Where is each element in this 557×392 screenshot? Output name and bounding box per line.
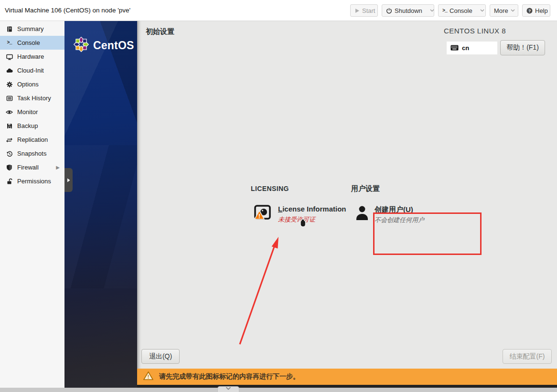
chevron-right-icon	[67, 178, 70, 182]
sidebar-item-backup[interactable]: Backup	[0, 119, 64, 133]
user-item-label: 创建用户(U)	[375, 205, 424, 214]
sidebar-item-console[interactable]: >_ Console	[0, 36, 64, 50]
start-label: Start	[362, 7, 375, 14]
finish-configuration-button[interactable]: 结束配置(F)	[503, 349, 552, 364]
floppy-icon	[6, 122, 13, 129]
sidebar-item-firewall[interactable]: Firewall ▶	[0, 160, 64, 174]
vm-title: Virtual Machine 106 (CentOS) on node 'pv…	[5, 0, 130, 21]
sidebar-item-label: Summary	[17, 25, 44, 32]
licensing-section-title: LICENSING	[251, 185, 289, 192]
help-label: Help	[535, 7, 548, 14]
guest-help-button[interactable]: 帮助！(F1)	[500, 40, 545, 55]
svg-text:?: ?	[528, 8, 531, 13]
product-name: CENTOS LINUX 8	[444, 27, 506, 35]
chevron-down-icon[interactable]	[480, 9, 484, 12]
warning-message: 请先完成带有此图标标记的内容再进行下一步。	[159, 372, 300, 381]
page-title: 初始设置	[146, 27, 174, 36]
sync-icon	[6, 136, 13, 143]
chevron-down-icon[interactable]	[430, 9, 434, 12]
svg-text:!: !	[148, 374, 149, 380]
sidebar-item-label: Console	[17, 39, 40, 46]
centos-logo: CentOS	[73, 36, 134, 54]
console-label: Console	[450, 7, 472, 14]
help-button[interactable]: ? Help	[522, 4, 550, 17]
user-icon	[355, 205, 369, 224]
sidebar-item-label: Cloud-Init	[17, 67, 44, 74]
start-button[interactable]: Start	[350, 4, 378, 17]
toolbar: Virtual Machine 106 (CentOS) on node 'pv…	[0, 0, 557, 21]
gear-icon	[6, 81, 13, 88]
license-icon: !	[254, 204, 273, 224]
sidebar-item-options[interactable]: Options	[0, 77, 64, 91]
keyboard-icon	[450, 44, 459, 53]
eye-icon	[6, 108, 13, 116]
history-icon	[6, 150, 13, 157]
svg-text:!: !	[258, 213, 260, 220]
shutdown-button[interactable]: Shutdown	[382, 4, 434, 17]
sidebar-item-task-history[interactable]: Task History	[0, 91, 64, 105]
more-button[interactable]: More	[490, 4, 518, 17]
sidebar-item-label: Monitor	[17, 108, 38, 116]
display-icon	[6, 53, 13, 60]
sidebar-item-label: Options	[17, 81, 39, 88]
centos-symbol-icon	[73, 36, 89, 54]
license-information-item[interactable]: ! License Information 未接受许可证	[254, 204, 346, 224]
proxmox-vm-console-page: Virtual Machine 106 (CentOS) on node 'pv…	[0, 0, 557, 392]
sidebar-item-cloud-init[interactable]: Cloud-Init	[0, 64, 64, 77]
question-circle-icon: ?	[526, 8, 533, 14]
users-section-title: 用户设置	[351, 184, 380, 193]
license-item-status: 未接受许可证	[278, 215, 346, 224]
vm-sidebar: Summary >_ Console Hardware Cloud-Init O…	[0, 21, 64, 388]
anaconda-side-panel: CentOS	[64, 21, 137, 388]
terminal-icon: >_	[6, 39, 13, 46]
sidebar-item-summary[interactable]: Summary	[0, 22, 64, 36]
centos-brand: CentOS	[93, 39, 134, 52]
browser-bottom-strip	[0, 388, 557, 392]
sidebar-item-label: Permissions	[17, 178, 51, 185]
keyboard-layout-code: cn	[462, 44, 469, 52]
terminal-icon: >_	[442, 8, 447, 13]
list-icon	[6, 95, 13, 102]
sidebar-item-hardware[interactable]: Hardware	[0, 50, 64, 64]
vnc-bottombar-handle[interactable]	[217, 386, 239, 392]
sidebar-item-label: Backup	[17, 122, 38, 129]
sidebar-item-snapshots[interactable]: Snapshots	[0, 147, 64, 160]
book-icon	[6, 25, 13, 32]
chevron-right-icon: ▶	[56, 165, 60, 170]
shield-icon	[6, 164, 13, 171]
vm-display: CentOS 初始设置 CENTOS LINUX 8 cn 帮助！(F1) LI…	[64, 21, 557, 388]
more-label: More	[494, 7, 508, 14]
sidebar-item-label: Hardware	[17, 53, 44, 60]
quit-button[interactable]: 退出(Q)	[141, 349, 180, 364]
shutdown-label: Shutdown	[395, 7, 422, 14]
sidebar-item-replication[interactable]: Replication	[0, 133, 64, 147]
user-item-status: 不会创建任何用户	[375, 216, 424, 224]
sidebar-item-label: Replication	[17, 136, 48, 143]
vnc-sidebar-handle[interactable]	[64, 168, 73, 192]
unlock-icon	[6, 178, 13, 185]
sidebar-item-label: Snapshots	[17, 150, 46, 157]
keyboard-layout-indicator[interactable]: cn	[447, 42, 497, 54]
license-item-label: License Information	[278, 204, 346, 214]
chevron-down-icon	[511, 9, 515, 12]
console-button[interactable]: >_ Console	[438, 4, 486, 17]
warning-triangle-icon: !	[143, 371, 153, 382]
sidebar-item-label: Firewall	[17, 164, 39, 171]
chevron-down-icon	[225, 387, 231, 390]
play-icon	[354, 8, 360, 13]
sidebar-item-permissions[interactable]: Permissions	[0, 174, 64, 188]
create-user-item[interactable]: 创建用户(U) 不会创建任何用户	[355, 205, 424, 224]
sidebar-item-label: Task History	[17, 95, 51, 102]
power-icon	[386, 8, 392, 14]
warning-bar: ! 请先完成带有此图标标记的内容再进行下一步。	[137, 369, 557, 385]
cloud-icon	[6, 67, 13, 74]
anaconda-initial-setup: 初始设置 CENTOS LINUX 8 cn 帮助！(F1) LICENSING…	[137, 21, 557, 388]
sidebar-item-monitor[interactable]: Monitor	[0, 105, 64, 119]
